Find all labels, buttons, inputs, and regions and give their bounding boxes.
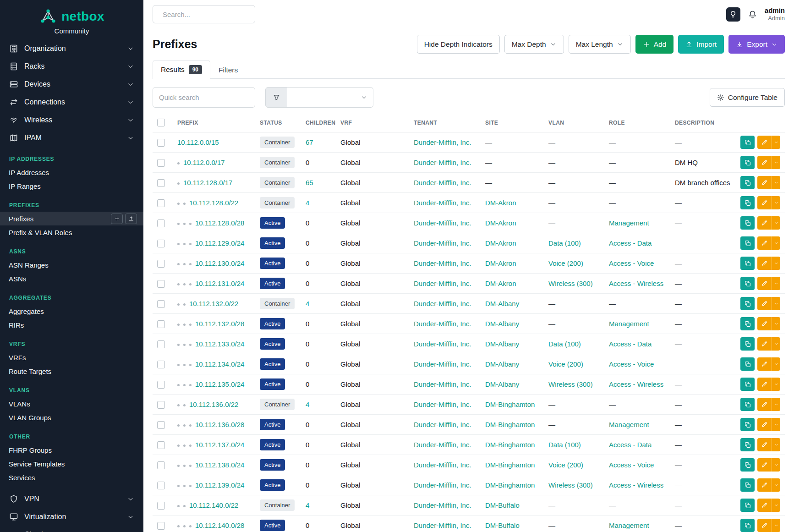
- edit-button[interactable]: [757, 257, 772, 270]
- prefix-link[interactable]: 10.112.137.0/24: [195, 441, 244, 449]
- row-checkbox[interactable]: [157, 300, 165, 308]
- copy-button[interactable]: [740, 337, 755, 351]
- vlan-link[interactable]: Wireless (300): [548, 280, 593, 287]
- role-link[interactable]: Access - Data: [609, 340, 652, 348]
- site-link[interactable]: DM-Albany: [485, 380, 519, 388]
- prefix-link[interactable]: 10.112.128.0/28: [195, 219, 244, 227]
- prefix-link[interactable]: 10.112.0.0/17: [183, 159, 225, 166]
- user-menu[interactable]: admin Admin: [765, 6, 785, 22]
- role-link[interactable]: Access - Data: [609, 441, 652, 449]
- site-link[interactable]: DM-Akron: [485, 239, 516, 247]
- edit-button[interactable]: [757, 458, 772, 472]
- edit-dropdown-button[interactable]: [772, 277, 780, 290]
- role-link[interactable]: Access - Wireless: [609, 380, 663, 388]
- sidebar-item-connections[interactable]: Connections: [0, 93, 143, 111]
- row-checkbox[interactable]: [157, 381, 165, 389]
- edit-dropdown-button[interactable]: [772, 216, 780, 230]
- sidebar-item-ipam[interactable]: IPAM: [0, 129, 143, 147]
- prefix-link[interactable]: 10.112.128.0/17: [183, 179, 232, 186]
- copy-button[interactable]: [740, 499, 755, 512]
- prefix-link[interactable]: 10.112.131.0/24: [195, 280, 244, 287]
- edit-dropdown-button[interactable]: [772, 519, 780, 532]
- children-count-link[interactable]: 4: [306, 300, 309, 307]
- sidebar-item-asn-ranges[interactable]: ASN Ranges: [0, 258, 143, 272]
- tenant-link[interactable]: Dunder-Mifflin, Inc.: [414, 300, 471, 307]
- edit-dropdown-button[interactable]: [772, 196, 780, 209]
- role-link[interactable]: Management: [609, 421, 649, 428]
- tenant-link[interactable]: Dunder-Mifflin, Inc.: [414, 461, 471, 469]
- copy-button[interactable]: [740, 196, 755, 209]
- column-header-prefix[interactable]: PREFIX: [173, 113, 255, 132]
- copy-button[interactable]: [740, 257, 755, 270]
- tenant-link[interactable]: Dunder-Mifflin, Inc.: [414, 380, 471, 388]
- copy-button[interactable]: [740, 317, 755, 330]
- prefix-link[interactable]: 10.112.128.0/22: [189, 199, 238, 207]
- add-button[interactable]: Add: [635, 35, 674, 54]
- row-checkbox[interactable]: [157, 461, 165, 469]
- select-all-checkbox[interactable]: [157, 119, 165, 126]
- sidebar-item-prefixes[interactable]: Prefixes: [0, 212, 143, 225]
- prefix-link[interactable]: 10.112.132.0/28: [195, 320, 244, 328]
- tenant-link[interactable]: Dunder-Mifflin, Inc.: [414, 501, 471, 509]
- role-link[interactable]: Access - Voice: [609, 461, 654, 469]
- children-count-link[interactable]: 4: [306, 400, 309, 408]
- export-dropdown-button[interactable]: Export: [728, 35, 785, 54]
- tenant-link[interactable]: Dunder-Mifflin, Inc.: [414, 259, 471, 267]
- role-link[interactable]: Access - Wireless: [609, 280, 663, 287]
- row-checkbox[interactable]: [157, 240, 165, 247]
- column-header-children[interactable]: CHILDREN: [301, 113, 336, 132]
- edit-button[interactable]: [757, 438, 772, 451]
- prefix-link[interactable]: 10.112.133.0/24: [195, 340, 244, 348]
- edit-button[interactable]: [757, 398, 772, 411]
- edit-button[interactable]: [757, 337, 772, 351]
- copy-button[interactable]: [740, 236, 755, 250]
- site-link[interactable]: DM-Binghamton: [485, 461, 535, 469]
- vlan-link[interactable]: Data (100): [548, 441, 581, 449]
- global-search-input[interactable]: [163, 11, 254, 18]
- site-link[interactable]: DM-Akron: [485, 219, 516, 227]
- sidebar-item-services[interactable]: Services: [0, 471, 143, 484]
- children-count-link[interactable]: 4: [306, 199, 309, 207]
- edit-dropdown-button[interactable]: [772, 297, 780, 310]
- site-link[interactable]: DM-Buffalo: [485, 521, 520, 529]
- tenant-link[interactable]: Dunder-Mifflin, Inc.: [414, 521, 471, 529]
- prefix-link[interactable]: 10.112.140.0/28: [195, 521, 244, 529]
- edit-button[interactable]: [757, 418, 772, 431]
- edit-dropdown-button[interactable]: [772, 499, 780, 512]
- max-depth-dropdown[interactable]: Max Depth: [504, 35, 564, 54]
- tenant-link[interactable]: Dunder-Mifflin, Inc.: [414, 481, 471, 489]
- site-link[interactable]: DM-Binghamton: [485, 421, 535, 428]
- sidebar-item-racks[interactable]: Racks: [0, 57, 143, 75]
- row-checkbox[interactable]: [157, 139, 165, 147]
- edit-dropdown-button[interactable]: [772, 398, 780, 411]
- site-link[interactable]: DM-Albany: [485, 340, 519, 348]
- tenant-link[interactable]: Dunder-Mifflin, Inc.: [414, 340, 471, 348]
- tenant-link[interactable]: Dunder-Mifflin, Inc.: [414, 159, 471, 166]
- copy-button[interactable]: [740, 357, 755, 371]
- sidebar-item-fhrp-groups[interactable]: FHRP Groups: [0, 443, 143, 457]
- sidebar-add-button[interactable]: [111, 214, 123, 224]
- row-checkbox[interactable]: [157, 179, 165, 187]
- edit-dropdown-button[interactable]: [772, 156, 780, 169]
- row-checkbox[interactable]: [157, 159, 165, 167]
- prefix-link[interactable]: 10.112.136.0/28: [195, 421, 244, 428]
- tenant-link[interactable]: Dunder-Mifflin, Inc.: [414, 280, 471, 287]
- sidebar-item-asns[interactable]: ASNs: [0, 272, 143, 285]
- vlan-link[interactable]: Voice (200): [548, 461, 583, 469]
- row-checkbox[interactable]: [157, 522, 165, 530]
- column-header-role[interactable]: ROLE: [604, 113, 670, 132]
- edit-button[interactable]: [757, 478, 772, 492]
- edit-button[interactable]: [757, 297, 772, 310]
- vlan-link[interactable]: Wireless (300): [548, 380, 593, 388]
- sidebar-item-prefix-vlan-roles[interactable]: Prefix & VLAN Roles: [0, 225, 143, 239]
- edit-dropdown-button[interactable]: [772, 337, 780, 351]
- sidebar-item-vpn[interactable]: VPN: [0, 490, 143, 508]
- copy-button[interactable]: [740, 176, 755, 189]
- copy-button[interactable]: [740, 438, 755, 451]
- edit-button[interactable]: [757, 196, 772, 209]
- max-length-dropdown[interactable]: Max Length: [569, 35, 631, 54]
- copy-button[interactable]: [740, 277, 755, 290]
- site-link[interactable]: DM-Akron: [485, 199, 516, 207]
- row-checkbox[interactable]: [157, 260, 165, 268]
- role-link[interactable]: Access - Voice: [609, 259, 654, 267]
